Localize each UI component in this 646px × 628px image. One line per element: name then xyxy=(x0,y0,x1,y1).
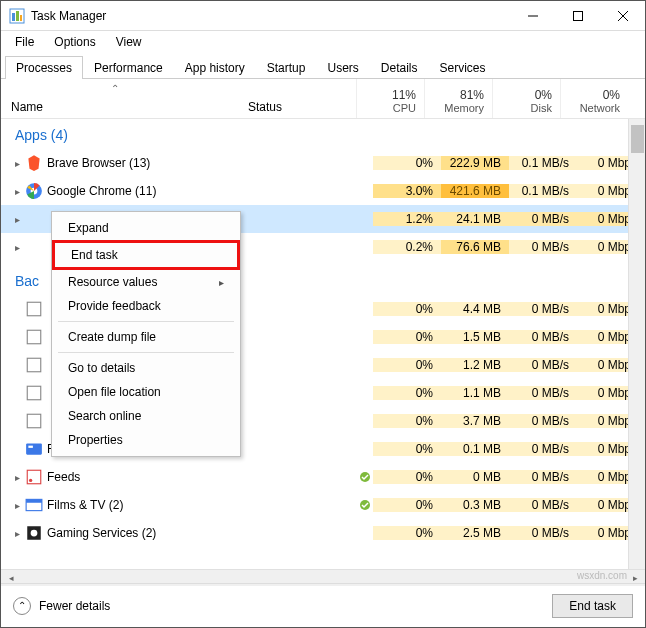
header-disk[interactable]: 0%Disk xyxy=(492,79,560,118)
svg-point-18 xyxy=(29,479,32,482)
chevron-right-icon: ▸ xyxy=(219,277,224,288)
cm-expand[interactable]: Expand xyxy=(52,216,240,240)
svg-rect-16 xyxy=(28,446,33,448)
tab-startup[interactable]: Startup xyxy=(256,56,317,79)
svg-rect-14 xyxy=(27,414,41,428)
svg-rect-1 xyxy=(12,13,15,21)
disk-cell: 0 MB/s xyxy=(509,442,577,456)
cpu-cell: 0% xyxy=(373,330,441,344)
tab-processes[interactable]: Processes xyxy=(5,56,83,79)
disk-cell: 0 MB/s xyxy=(509,302,577,316)
tab-services[interactable]: Services xyxy=(429,56,497,79)
cpu-cell: 0% xyxy=(373,526,441,540)
memory-cell: 76.6 MB xyxy=(441,240,509,254)
chevron-right-icon[interactable]: ▸ xyxy=(11,158,23,169)
close-button[interactable] xyxy=(600,2,645,30)
memory-cell: 2.5 MB xyxy=(441,526,509,540)
chevron-right-icon[interactable]: ▸ xyxy=(11,472,23,483)
chevron-right-icon[interactable]: ▸ xyxy=(11,500,23,511)
disk-cell: 0 MB/s xyxy=(509,470,577,484)
leaf-icon xyxy=(357,499,373,511)
cpu-cell: 3.0% xyxy=(373,184,441,198)
fewer-details-label: Fewer details xyxy=(39,599,110,613)
memory-cell: 1.5 MB xyxy=(441,330,509,344)
cm-open-file-location[interactable]: Open file location xyxy=(52,380,240,404)
tab-users[interactable]: Users xyxy=(316,56,369,79)
process-icon xyxy=(25,385,43,401)
header-memory[interactable]: 81%Memory xyxy=(424,79,492,118)
svg-rect-21 xyxy=(26,499,42,502)
minimize-button[interactable] xyxy=(510,2,555,30)
process-icon xyxy=(25,525,43,541)
header-cpu[interactable]: 11%CPU xyxy=(356,79,424,118)
svg-rect-2 xyxy=(16,11,19,21)
tab-app-history[interactable]: App history xyxy=(174,56,256,79)
cpu-cell: 0% xyxy=(373,302,441,316)
cm-go-to-details[interactable]: Go to details xyxy=(52,356,240,380)
cm-provide-feedback[interactable]: Provide feedback xyxy=(52,294,240,318)
disk-cell: 0 MB/s xyxy=(509,240,577,254)
tab-details[interactable]: Details xyxy=(370,56,429,79)
cm-create-dump-file[interactable]: Create dump file xyxy=(52,325,240,349)
cm-search-online[interactable]: Search online xyxy=(52,404,240,428)
svg-rect-15 xyxy=(26,443,42,454)
table-row[interactable]: ▸Films & TV (2)0%0.3 MB0 MB/s0 Mbps xyxy=(1,491,645,519)
disk-cell: 0 MB/s xyxy=(509,498,577,512)
chevron-right-icon[interactable]: ▸ xyxy=(11,528,23,539)
table-row[interactable]: ▸ Google Chrome (11) 3.0% 421.6 MB 0.1 M… xyxy=(1,177,645,205)
cpu-cell: 0% xyxy=(373,156,441,170)
memory-cell: 0 MB xyxy=(441,470,509,484)
process-icon xyxy=(25,329,43,345)
chevron-right-icon[interactable]: ▸ xyxy=(11,186,23,197)
process-name: Feeds xyxy=(47,470,317,484)
svg-rect-17 xyxy=(27,470,41,484)
end-task-button[interactable]: End task xyxy=(552,594,633,618)
disk-cell: 0 MB/s xyxy=(509,386,577,400)
header-network[interactable]: 0%Network xyxy=(560,79,628,118)
svg-rect-13 xyxy=(27,386,41,400)
menubar: File Options View xyxy=(1,31,645,53)
cpu-cell: 1.2% xyxy=(373,212,441,226)
chrome-icon xyxy=(25,183,43,199)
menu-file[interactable]: File xyxy=(7,33,42,51)
brave-icon xyxy=(25,155,43,171)
memory-cell: 0.1 MB xyxy=(441,442,509,456)
disk-cell: 0.1 MB/s xyxy=(509,184,577,198)
svg-rect-10 xyxy=(27,302,41,316)
svg-rect-11 xyxy=(27,330,41,344)
fewer-details-button[interactable]: ⌃ Fewer details xyxy=(13,597,552,615)
chevron-up-icon: ⌃ xyxy=(13,597,31,615)
memory-cell: 0.3 MB xyxy=(441,498,509,512)
table-row[interactable]: ▸Feeds0%0 MB0 MB/s0 Mbps xyxy=(1,463,645,491)
svg-rect-12 xyxy=(27,358,41,372)
window-title: Task Manager xyxy=(31,9,510,23)
scrollbar-thumb[interactable] xyxy=(631,125,644,153)
tab-performance[interactable]: Performance xyxy=(83,56,174,79)
watermark: wsxdn.com xyxy=(577,570,627,581)
vertical-scrollbar[interactable] xyxy=(628,119,645,569)
memory-cell: 222.9 MB xyxy=(441,156,509,170)
leaf-icon xyxy=(357,471,373,483)
cpu-cell: 0% xyxy=(373,442,441,456)
header-name[interactable]: Name xyxy=(11,79,248,118)
process-icon xyxy=(25,469,43,485)
disk-cell: 0 MB/s xyxy=(509,330,577,344)
menu-options[interactable]: Options xyxy=(46,33,103,51)
chevron-right-icon[interactable]: ▸ xyxy=(11,214,23,225)
table-row[interactable]: ▸ Brave Browser (13) 0% 222.9 MB 0.1 MB/… xyxy=(1,149,645,177)
process-icon xyxy=(25,301,43,317)
process-name: Google Chrome (11) xyxy=(47,184,317,198)
memory-cell: 1.1 MB xyxy=(441,386,509,400)
table-row[interactable]: ▸Gaming Services (2)0%2.5 MB0 MB/s0 Mbps xyxy=(1,519,645,547)
header-status[interactable]: Status xyxy=(248,79,356,118)
menu-view[interactable]: View xyxy=(108,33,150,51)
cm-end-task[interactable]: End task xyxy=(52,240,240,270)
chevron-right-icon[interactable]: ▸ xyxy=(11,242,23,253)
cm-resource-values[interactable]: Resource values▸ xyxy=(52,270,240,294)
maximize-button[interactable] xyxy=(555,2,600,30)
cm-properties[interactable]: Properties xyxy=(52,428,240,452)
svg-point-24 xyxy=(31,530,38,537)
footer: ⌃ Fewer details End task xyxy=(1,583,645,627)
disk-cell: 0 MB/s xyxy=(509,358,577,372)
cpu-cell: 0% xyxy=(373,470,441,484)
